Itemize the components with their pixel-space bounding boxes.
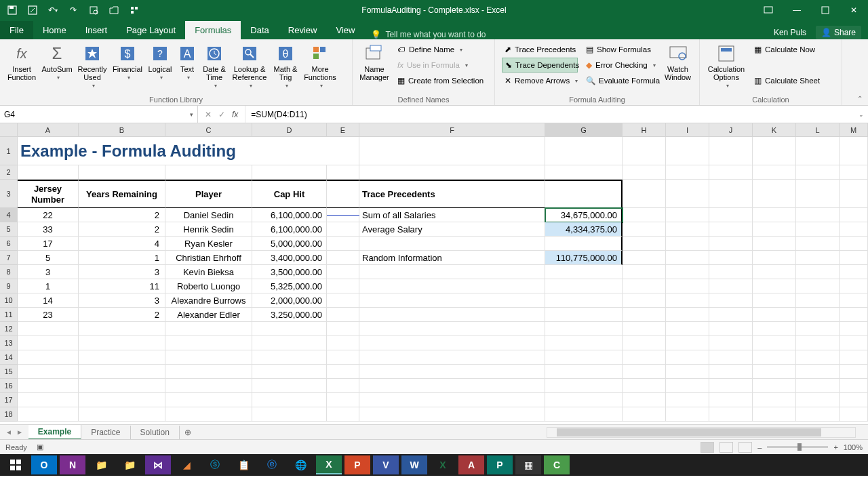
cell[interactable]	[359, 165, 545, 180]
cell[interactable]	[359, 350, 545, 365]
zoom-in-icon[interactable]: +	[833, 443, 837, 451]
cell[interactable]	[840, 293, 868, 308]
cancel-formula-icon[interactable]: ✕	[205, 110, 212, 119]
cell[interactable]	[623, 222, 666, 237]
define-name-button[interactable]: 🏷Define Name	[395, 42, 486, 57]
cell-jersey[interactable]: 17	[18, 237, 79, 251]
side-label[interactable]: Random Information	[359, 251, 545, 265]
cell[interactable]	[165, 365, 252, 379]
tab-insert[interactable]: Insert	[76, 21, 117, 39]
cell[interactable]	[359, 379, 545, 393]
cell[interactable]	[666, 265, 709, 279]
row-header-7[interactable]: 7	[0, 251, 18, 265]
enter-formula-icon[interactable]: ✓	[218, 110, 225, 119]
cell[interactable]	[327, 379, 359, 393]
excel-taskbar-icon[interactable]: X	[316, 455, 342, 474]
math-trig-button[interactable]: θ Math & Trig	[270, 41, 301, 89]
cell[interactable]	[840, 336, 868, 350]
cell[interactable]	[327, 237, 359, 251]
tab-file[interactable]: File	[0, 21, 33, 39]
cell[interactable]	[327, 322, 359, 336]
cell[interactable]	[709, 222, 753, 237]
col-header-G[interactable]: G	[545, 123, 623, 137]
header-years[interactable]: Years Remaining	[79, 180, 165, 208]
cell[interactable]	[753, 222, 796, 237]
cell[interactable]	[359, 322, 545, 336]
cell-cap[interactable]: 3,250,000.00	[252, 308, 327, 322]
row-header-9[interactable]: 9	[0, 279, 18, 293]
cell[interactable]	[666, 336, 709, 350]
row-header-18[interactable]: 18	[0, 407, 18, 422]
cell[interactable]	[753, 237, 796, 251]
cell[interactable]	[623, 237, 666, 251]
header-jersey[interactable]: Jersey Number	[18, 180, 79, 208]
row-header-6[interactable]: 6	[0, 237, 18, 251]
cell[interactable]	[753, 336, 796, 350]
cell[interactable]	[709, 137, 753, 165]
cell[interactable]	[796, 336, 840, 350]
evaluate-formula-button[interactable]: 🔍Evaluate Formula	[583, 73, 658, 88]
cell[interactable]	[709, 180, 753, 208]
explorer2-icon[interactable]: 📁	[117, 455, 142, 474]
formula-input[interactable]: =SUM(D4:D11)	[245, 110, 854, 119]
cell[interactable]	[252, 379, 327, 393]
row-header-1[interactable]: 1	[0, 137, 18, 165]
cell[interactable]	[666, 322, 709, 336]
cell[interactable]	[840, 208, 868, 222]
cell[interactable]	[796, 165, 840, 180]
cell[interactable]	[666, 393, 709, 407]
cell[interactable]	[18, 336, 79, 350]
cell[interactable]	[709, 379, 753, 393]
cell-cap[interactable]: 6,100,000.00	[252, 222, 327, 237]
cell[interactable]	[840, 180, 868, 208]
cell[interactable]	[18, 322, 79, 336]
col-header-B[interactable]: B	[79, 123, 165, 137]
cell[interactable]	[359, 265, 545, 279]
col-header-D[interactable]: D	[252, 123, 327, 137]
calculate-now-button[interactable]: ▦Calculate Now	[751, 42, 823, 57]
cell[interactable]	[840, 350, 868, 365]
macro-record-icon[interactable]: ▣	[37, 443, 43, 451]
row-header-16[interactable]: 16	[0, 379, 18, 393]
sheet-nav-last-icon[interactable]: ►	[16, 428, 23, 436]
zoom-out-icon[interactable]: –	[757, 443, 762, 451]
remove-arrows-button[interactable]: ✕Remove Arrows	[502, 73, 578, 88]
cell[interactable]	[753, 180, 796, 208]
col-header-I[interactable]: I	[666, 123, 709, 137]
sheet-tab-example[interactable]: Example	[28, 425, 81, 440]
cell[interactable]	[623, 293, 666, 308]
header-player[interactable]: Player	[165, 180, 252, 208]
cell[interactable]	[753, 350, 796, 365]
cell[interactable]	[359, 279, 545, 293]
horizontal-scrollbar[interactable]	[547, 427, 856, 438]
zoom-slider[interactable]	[767, 446, 828, 448]
cell[interactable]	[840, 365, 868, 379]
cell[interactable]	[840, 237, 868, 251]
cell[interactable]	[753, 208, 796, 222]
cell[interactable]	[545, 165, 623, 180]
cell[interactable]	[18, 365, 79, 379]
col-header-A[interactable]: A	[18, 123, 79, 137]
excel2-icon[interactable]: X	[430, 455, 456, 474]
publisher-icon[interactable]: P	[487, 455, 513, 474]
cell[interactable]	[327, 251, 359, 265]
cell[interactable]	[796, 180, 840, 208]
cell[interactable]	[545, 379, 623, 393]
header-blank[interactable]	[327, 180, 359, 208]
cell[interactable]	[623, 308, 666, 322]
cell[interactable]	[666, 407, 709, 422]
cell[interactable]	[840, 137, 868, 165]
row-header-15[interactable]: 15	[0, 365, 18, 379]
cell-jersey[interactable]: 33	[18, 222, 79, 237]
sheet-title[interactable]: Example - Formula Auditing	[18, 137, 330, 165]
cell-years[interactable]: 3	[79, 293, 165, 308]
cell[interactable]	[666, 137, 709, 165]
cell[interactable]	[666, 251, 709, 265]
cell[interactable]	[359, 308, 545, 322]
tab-page-layout[interactable]: Page Layout	[117, 21, 185, 39]
cell[interactable]	[753, 137, 796, 165]
cell[interactable]	[840, 222, 868, 237]
row-header-10[interactable]: 10	[0, 293, 18, 308]
undo-icon[interactable]: ↶ ▾	[47, 5, 58, 16]
user-name[interactable]: Ken Puls	[774, 28, 806, 37]
